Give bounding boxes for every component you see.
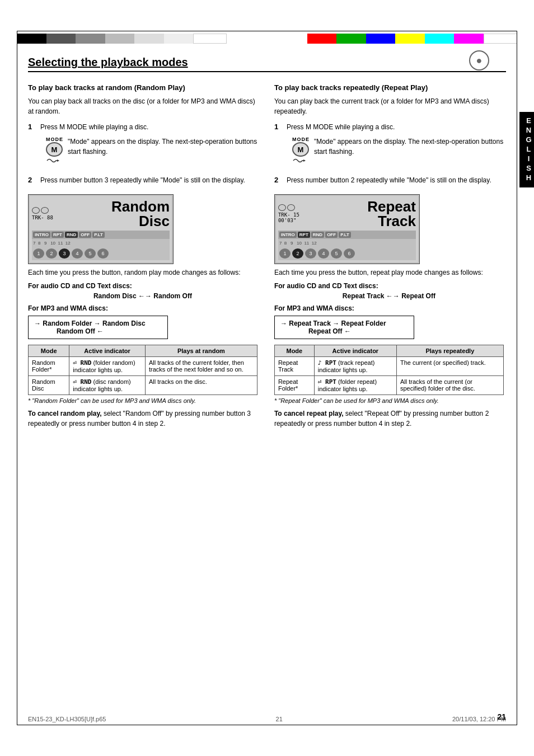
right-th-mode: Mode [274, 345, 314, 357]
page-border-top [17, 31, 517, 31]
left-intro-text: You can play back all tracks on the disc… [28, 96, 257, 116]
left-flow-sub: Random Off ← [57, 327, 162, 335]
num-3-right: 3 [305, 248, 316, 259]
num-3-left: 3 [59, 248, 70, 259]
left-mode-appear: "Mode" appears on the display. The next-… [68, 137, 257, 157]
main-content: Selecting the playback modes To play bac… [28, 56, 506, 711]
num-row-left: 7 8 9 10 11 12 [32, 239, 170, 247]
mode-label-left: MODE [46, 137, 63, 142]
btn-off-right: OFF [325, 232, 338, 238]
left-td-mode-1: Random Folder* [29, 357, 69, 376]
left-flow-row1: → Random Folder → Random Disc [34, 320, 162, 327]
btn-rnd-right: RND [311, 232, 324, 238]
btn-plt-left: P.LT [92, 232, 105, 238]
left-td-plays-1: All tracks of the current folder, then t… [145, 357, 257, 376]
page-border-right [517, 31, 517, 725]
right-step1-text: Press M MODE while playing a disc. [287, 122, 504, 132]
left-mode-table: Mode Active indicator Plays at random Ra… [28, 345, 257, 395]
svg-marker-1 [303, 159, 306, 162]
right-td-indicator-1: ♪ RPT (track repeat) indicator lights up… [314, 357, 396, 376]
trk-display-left: TRK- 88 [32, 215, 111, 220]
right-flow-text1: → Repeat Track → Repeat Folder [280, 320, 386, 327]
right-step2-label: 2 [274, 176, 283, 184]
left-for-mp3-label: For MP3 and WMA discs: [28, 304, 257, 312]
left-step1-text: Press M MODE while playing a disc. [40, 122, 257, 132]
right-td-plays-2: All tracks of the current (or specified)… [396, 376, 503, 395]
left-random-simple-flow: Random Disc ←→ Random Off [28, 292, 257, 300]
num-labels-right: 7 8 9 10 11 12 [279, 241, 317, 246]
mode-icon-right: M [292, 142, 309, 157]
mode-label-right: MODE [292, 137, 310, 142]
num-6-left: 6 [97, 248, 109, 259]
left-step2-label: 2 [28, 176, 37, 184]
right-flow-diagram: → Repeat Track → Repeat Folder Repeat Of… [274, 316, 414, 339]
left-flow-text1: → Random Folder → Random Disc [34, 320, 146, 327]
left-step1: 1 Press M MODE while playing a disc. MOD… [28, 122, 257, 171]
right-footnote: * "Repeat Folder" can be used for MP3 an… [274, 397, 504, 404]
btn-off-left: OFF [79, 232, 91, 238]
left-section-heading: To play back tracks at random (Random Pl… [28, 83, 257, 92]
page-border-bottom [17, 725, 517, 725]
left-table-row-1: Random Folder* ⏎ RND (folder random) ind… [29, 357, 257, 376]
right-for-audio-label: For audio CD and CD Text discs: [274, 282, 504, 290]
right-table-row-2: Repeat Folder* ⏎ RPT (folder repeat) ind… [274, 376, 503, 395]
display-btn-row-right: INTRO RPT RND OFF P.LT [278, 231, 416, 239]
btn-rpt-left: RPT [51, 232, 64, 238]
left-td-mode-2: Random Disc [29, 376, 69, 395]
display-btn-row-left: INTRO RPT RND OFF P.LT [32, 231, 170, 239]
right-td-plays-1: The current (or specified) track. [396, 357, 503, 376]
btn-rpt-right: RPT [298, 232, 310, 238]
right-repeat-simple-flow: Repeat Track ←→ Repeat Off [274, 292, 504, 300]
right-step1-label: 1 [274, 123, 283, 131]
btn-intro-right: INTRO [279, 232, 297, 238]
left-td-indicator-1: ⏎ RND (folder random) indicator lights u… [69, 357, 146, 376]
num-2-right: 2 [292, 248, 303, 259]
right-table-row-1: Repeat Track ♪ RPT (track repeat) indica… [274, 357, 503, 376]
display-big-right-1: Repeat [367, 199, 416, 214]
left-td-indicator-2: ⏎ RND (disc random) indicator lights up. [69, 376, 146, 395]
right-mode-appear: "Mode" appears on the display. The next-… [314, 137, 504, 157]
num-1-right: 1 [279, 248, 291, 259]
disc-icon-right [287, 204, 295, 211]
display-big-left-1: Random [111, 199, 170, 214]
right-for-mp3-label: For MP3 and WMA discs: [274, 304, 504, 312]
left-cancel-bold: To cancel random play, [28, 410, 102, 417]
english-tab: ENGLISH [519, 112, 534, 187]
left-step2: 2 Press number button 3 repeatedly while… [28, 175, 257, 190]
squig-arrow-right [292, 157, 306, 165]
left-cancel-text: To cancel random play, select "Random Of… [28, 408, 257, 429]
num-labels-left: 7 8 9 10 11 12 [33, 241, 71, 246]
svg-marker-0 [57, 159, 59, 162]
right-td-mode-1: Repeat Track [274, 357, 314, 376]
time-display-right: 00'03" [278, 218, 367, 223]
repeat-track-display: TRK- 15 00'03" Repeat Track INTRO RPT RN… [274, 194, 420, 264]
display-big-left-2: Disc [111, 214, 170, 228]
right-cancel-bold: To cancel repeat play, [274, 410, 344, 417]
left-column: To play back tracks at random (Random Pl… [28, 83, 257, 429]
left-th-mode: Mode [29, 345, 69, 357]
left-footnote: * "Random Folder" can be used for MP3 an… [28, 397, 257, 404]
random-disc-display: TRK- 88 Random Disc INTRO RPT RND OFF P [28, 194, 174, 264]
num-5-right: 5 [331, 248, 342, 259]
right-intro-text: You can play back the current track (or … [274, 96, 504, 116]
num-1-left: 1 [33, 248, 44, 259]
left-td-plays-2: All tracks on the disc. [145, 376, 257, 395]
display-big-right-2: Track [367, 214, 416, 228]
num-4-right: 4 [318, 248, 329, 259]
left-step2-text: Press number button 3 repeatedly while "… [40, 175, 245, 185]
right-step2-text: Press number button 2 repeatedly while "… [287, 175, 491, 185]
right-cancel-text: To cancel repeat play, select "Repeat Of… [274, 408, 504, 429]
footer-center: 21 [276, 716, 283, 722]
right-section-heading: To play back tracks repeatedly (Repeat P… [274, 83, 504, 92]
page-border-left [17, 31, 17, 725]
trk-display-right: TRK- 15 [278, 212, 367, 218]
right-th-indicator: Active indicator [314, 345, 396, 357]
btn-intro-left: INTRO [33, 232, 50, 238]
num-btns-left: 1 2 3 4 5 6 [32, 247, 170, 260]
page-number: 21 [497, 712, 506, 721]
right-column: To play back tracks repeatedly (Repeat P… [274, 83, 504, 429]
right-flow-sub: Repeat Off ← [308, 327, 408, 335]
num-btns-right: 1 2 3 4 5 6 [278, 247, 416, 260]
num-5-left: 5 [85, 248, 96, 259]
cd-icon-left [32, 207, 40, 214]
